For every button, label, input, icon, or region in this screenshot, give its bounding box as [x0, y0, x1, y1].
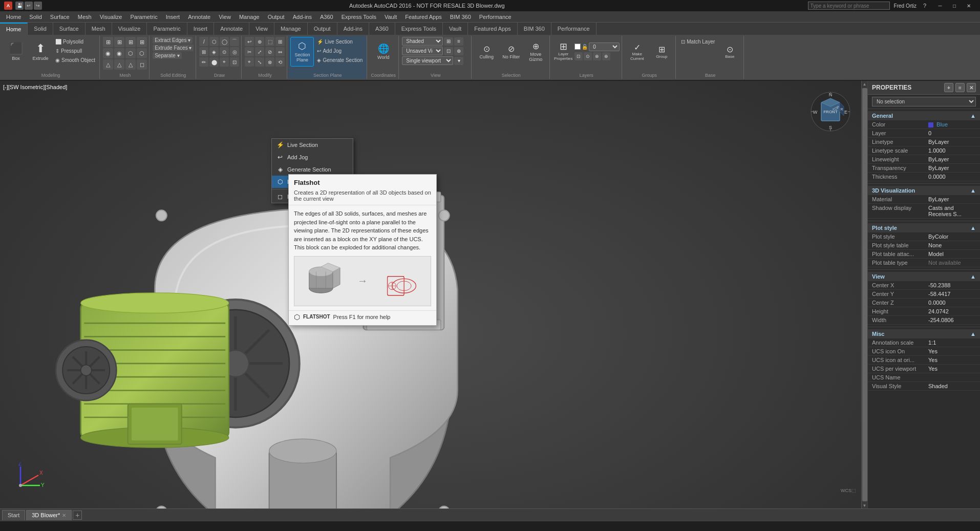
tab-close-btn[interactable]: ✕ — [62, 513, 66, 518]
view-btn-4[interactable]: ⊕ — [454, 47, 463, 55]
properties-selection-dropdown[interactable]: No selection — [872, 97, 976, 107]
mesh-btn-8[interactable]: ⬡ — [137, 48, 147, 58]
menu-vault[interactable]: Vault — [380, 11, 401, 23]
draw-btn-11[interactable]: ⌖ — [220, 57, 229, 67]
extract-edges-btn[interactable]: Extract Edges ▾ — [153, 37, 193, 44]
draw-btn-6[interactable]: ◈ — [209, 47, 219, 56]
menu-expresstools[interactable]: Express Tools — [337, 11, 380, 23]
tab-a360[interactable]: A360 — [369, 23, 395, 35]
base-button[interactable]: ⊙ Base — [718, 37, 741, 67]
smooth-button[interactable]: ◉ Smooth Object — [53, 55, 97, 65]
draw-btn-9[interactable]: ✏ — [199, 57, 208, 67]
mesh-btn-6[interactable]: ◉ — [114, 48, 124, 58]
mesh-btn-5[interactable]: ◉ — [103, 48, 113, 58]
menu-a360[interactable]: A360 — [316, 11, 337, 23]
tab-start[interactable]: Start — [2, 510, 25, 520]
draw-btn-8[interactable]: ◎ — [230, 47, 239, 56]
tab-featuredapps[interactable]: Featured Apps — [468, 23, 518, 35]
scroll-up-arrow[interactable]: ▲ — [862, 81, 868, 87]
live-section-button[interactable]: ⚡ Live Section — [315, 37, 365, 46]
modify-btn-8[interactable]: ⇔ — [275, 47, 285, 56]
quick-access-undo[interactable]: ↩ — [25, 2, 33, 10]
polysolid-button[interactable]: ⬜ Polysolid — [53, 37, 97, 46]
separate-btn[interactable]: Separate ▾ — [153, 52, 181, 59]
layer-btn-1[interactable]: ⊡ — [574, 52, 583, 60]
tab-manage[interactable]: Manage — [274, 23, 308, 35]
shaded-dropdown[interactable]: Shaded — [402, 37, 443, 46]
tab-3dblower[interactable]: 3D Blower* ✕ — [26, 510, 72, 520]
box-button[interactable]: ⬛ Box — [4, 37, 28, 67]
help-btn[interactable]: ? — [921, 2, 929, 10]
mesh-btn-11[interactable]: △ — [125, 59, 136, 70]
menu-mesh[interactable]: Mesh — [74, 11, 96, 23]
modify-btn-9[interactable]: ⌖ — [245, 57, 254, 67]
tab-visualize[interactable]: Visualize — [112, 23, 147, 35]
modify-btn-2[interactable]: ⊕ — [255, 37, 264, 46]
modify-btn-6[interactable]: ⤢ — [255, 47, 264, 56]
viewport[interactable]: [-][SW Isometric][Shaded] ─ □ ✕ — [0, 81, 861, 508]
prop-section-plotstyle-header[interactable]: Plot style ▲ — [868, 223, 980, 232]
tab-insert[interactable]: Insert — [187, 23, 215, 35]
layer-btn-3[interactable]: ⊗ — [593, 52, 601, 60]
tab-annotate[interactable]: Annotate — [214, 23, 249, 35]
quick-access-save[interactable]: 💾 — [15, 2, 24, 10]
prop-section-3dviz-header[interactable]: 3D Visualization ▲ — [868, 186, 980, 195]
scroll-down-arrow[interactable]: ▼ — [862, 502, 868, 508]
menu-surface[interactable]: Surface — [46, 11, 74, 23]
extrude-faces-btn[interactable]: Extrude Faces ▾ — [153, 45, 194, 51]
prop-tb-list[interactable]: ≡ — [955, 83, 965, 92]
tab-add-btn[interactable]: + — [73, 511, 82, 520]
draw-btn-10[interactable]: ⬤ — [209, 57, 219, 67]
prop-tb-new[interactable]: + — [944, 83, 953, 92]
group-button[interactable]: ⊞ Group — [650, 37, 673, 67]
section-plane-button[interactable]: ⬡ Section Plane — [290, 37, 314, 67]
modify-btn-5[interactable]: ✂ — [245, 47, 254, 56]
mesh-btn-1[interactable]: ⊞ — [103, 37, 113, 47]
menu-annotate[interactable]: Annotate — [184, 11, 215, 23]
tab-addins[interactable]: Add-ins — [337, 23, 369, 35]
unsaved-view-dropdown[interactable]: Unsaved View — [402, 47, 443, 55]
extrude-button[interactable]: ⬆ Extrude — [29, 37, 52, 67]
layer-btn-2[interactable]: ⊙ — [584, 52, 592, 60]
tab-performance[interactable]: Performance — [551, 23, 596, 35]
modify-btn-3[interactable]: ⬚ — [265, 37, 274, 46]
quick-access-redo[interactable]: ↪ — [34, 2, 42, 10]
menu-output[interactable]: Output — [264, 11, 289, 23]
menu-home[interactable]: Home — [2, 11, 25, 23]
menu-manage[interactable]: Manage — [235, 11, 264, 23]
view-btn-3[interactable]: ⊡ — [444, 47, 453, 55]
tab-solid[interactable]: Solid — [28, 23, 53, 35]
menu-visualize[interactable]: Visualize — [96, 11, 126, 23]
right-scrollbar[interactable]: ▲ ▼ — [861, 81, 867, 508]
draw-btn-5[interactable]: ⊞ — [199, 47, 208, 56]
tab-parametric[interactable]: Parametric — [147, 23, 187, 35]
close-btn[interactable]: ✕ — [962, 0, 976, 11]
tab-home[interactable]: Home — [0, 23, 28, 35]
draw-btn-2[interactable]: ⬡ — [209, 37, 219, 46]
menu-bim360[interactable]: BIM 360 — [446, 11, 475, 23]
layer-properties-button[interactable]: ⊞ Layer Properties — [553, 37, 573, 66]
modify-btn-1[interactable]: ↩ — [245, 37, 254, 46]
tab-bim360[interactable]: BIM 360 — [518, 23, 551, 35]
modify-btn-10[interactable]: ⤡ — [255, 57, 264, 67]
presspull-button[interactable]: ⇕ Presspull — [53, 46, 97, 55]
view-btn-1[interactable]: ⊞ — [444, 37, 453, 46]
mesh-btn-4[interactable]: ⊞ — [137, 37, 147, 47]
prop-section-misc-header[interactable]: Misc ▲ — [868, 329, 980, 338]
mesh-btn-2[interactable]: ⊞ — [114, 37, 124, 47]
tab-mesh[interactable]: Mesh — [86, 23, 112, 35]
draw-btn-12[interactable]: ⊡ — [230, 57, 239, 67]
mesh-btn-3[interactable]: ⊞ — [125, 37, 136, 47]
tab-surface[interactable]: Surface — [53, 23, 86, 35]
no-filter-button[interactable]: ⊘ No Filter — [499, 37, 523, 67]
tab-expresstools[interactable]: Express Tools — [395, 23, 443, 35]
prop-section-general-header[interactable]: General ▲ — [868, 111, 980, 120]
draw-btn-3[interactable]: ◯ — [220, 37, 229, 46]
menu-addins[interactable]: Add-ins — [289, 11, 316, 23]
prop-tb-close[interactable]: ✕ — [967, 83, 976, 92]
tab-output[interactable]: Output — [308, 23, 337, 35]
mesh-btn-7[interactable]: ⬡ — [125, 48, 136, 58]
match-layer-button[interactable]: ⊡ Match Layer — [679, 37, 717, 46]
menu-insert[interactable]: Insert — [162, 11, 184, 23]
menu-featuredapps[interactable]: Featured Apps — [401, 11, 446, 23]
